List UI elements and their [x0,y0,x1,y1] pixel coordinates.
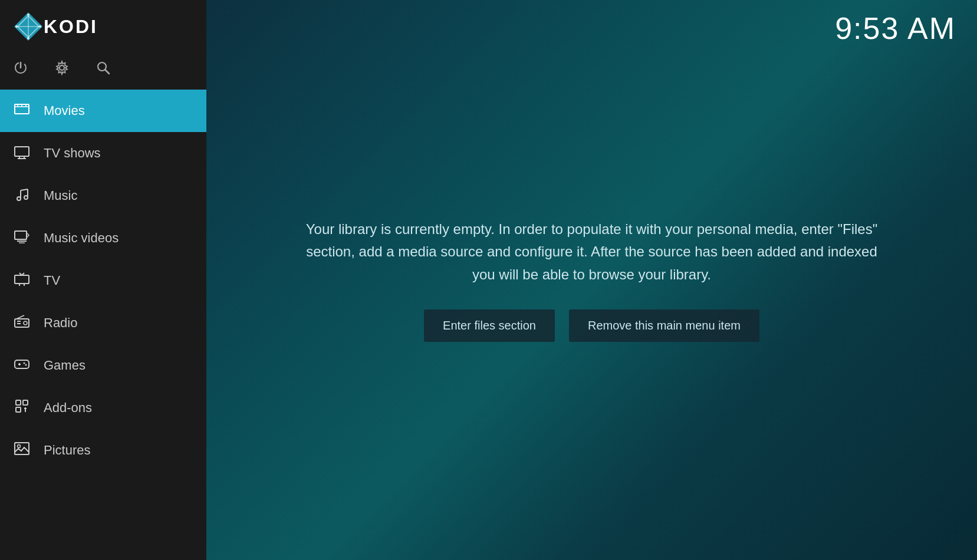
svg-marker-29 [27,233,29,238]
sidebar-item-tv[interactable]: TV [0,259,206,302]
svg-point-5 [27,14,29,16]
tv-shows-icon [13,143,31,163]
nav-menu: MoviesTV showsMusicMusic videosTVRadioGa… [0,90,206,472]
movies-icon [13,101,31,121]
sidebar-item-label-music: Music [44,188,77,203]
svg-rect-49 [16,407,21,412]
sidebar-item-tv-shows[interactable]: TV shows [0,132,206,174]
sidebar-item-label-add-ons: Add-ons [44,400,92,416]
sidebar-item-movies[interactable]: Movies [0,90,206,132]
sidebar-item-pictures[interactable]: Pictures [0,429,206,472]
tv-icon [13,271,31,291]
games-icon [13,355,31,375]
sidebar-item-label-pictures: Pictures [44,443,90,458]
music-icon [13,186,31,206]
main-content: 9:53 AM Your library is currently empty.… [206,0,977,560]
power-icon[interactable] [13,60,28,79]
sidebar-item-radio[interactable]: Radio [0,302,206,344]
sidebar-item-music-videos[interactable]: Music videos [0,217,206,259]
sidebar-item-label-tv: TV [44,273,60,288]
sidebar-item-label-games: Games [44,358,85,373]
sidebar-item-label-radio: Radio [44,315,77,331]
svg-point-45 [24,363,25,364]
svg-rect-28 [15,231,27,239]
remove-menu-item-button[interactable]: Remove this main menu item [569,309,759,342]
svg-point-7 [27,37,29,39]
svg-line-13 [106,70,110,74]
svg-point-6 [39,25,41,28]
music-videos-icon [13,228,31,248]
settings-icon[interactable] [54,60,70,79]
center-panel: Your library is currently empty. In orde… [282,218,902,342]
kodi-title: KODI [44,16,98,38]
svg-rect-42 [15,360,29,368]
svg-rect-47 [16,400,21,405]
sidebar: KODI MoviesTV showsMusicMusic videosTVRa… [0,0,206,560]
add-ons-icon [13,398,31,418]
svg-point-38 [24,321,27,325]
enter-files-section-button[interactable]: Enter files section [424,309,555,342]
svg-point-46 [25,364,27,366]
svg-point-11 [60,65,64,70]
sidebar-item-label-movies: Movies [44,103,85,118]
svg-rect-48 [23,400,28,405]
svg-point-53 [18,445,21,448]
radio-icon [13,313,31,333]
action-buttons-group: Enter files section Remove this main men… [282,309,902,342]
sidebar-item-label-tv-shows: TV shows [44,146,101,161]
sidebar-item-games[interactable]: Games [0,344,206,387]
pictures-icon [13,440,31,460]
sidebar-controls [0,53,206,90]
sidebar-header: KODI [0,0,206,53]
svg-point-8 [15,25,18,28]
library-empty-message: Your library is currently empty. In orde… [282,218,902,286]
svg-rect-19 [15,147,29,156]
sidebar-item-label-music-videos: Music videos [44,230,119,246]
kodi-logo-icon [13,11,44,42]
svg-rect-52 [15,443,29,454]
search-icon[interactable] [96,60,111,79]
svg-line-27 [21,189,28,190]
sidebar-item-add-ons[interactable]: Add-ons [0,387,206,429]
svg-rect-32 [15,275,29,284]
sidebar-item-music[interactable]: Music [0,174,206,217]
clock-display: 9:53 AM [835,0,977,46]
